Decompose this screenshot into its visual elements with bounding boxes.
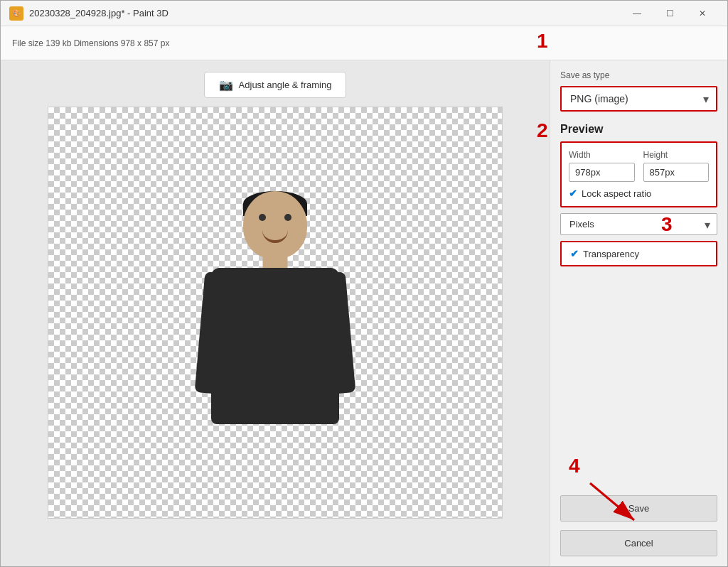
width-field: Width <box>569 150 635 182</box>
save-as-type-section: Save as type PNG (image) JPEG (image) BM… <box>560 70 717 112</box>
file-info: File size 139 kb Dimensions 978 x 857 px <box>12 38 169 48</box>
titlebar-left: 🎨 20230328_204928.jpg* - Paint 3D <box>9 6 168 21</box>
main-window: 🎨 20230328_204928.jpg* - Paint 3D — ☐ ✕ … <box>0 0 728 567</box>
save-as-type-label: Save as type <box>560 70 717 80</box>
width-label: Width <box>569 150 635 160</box>
window-title: 20230328_204928.jpg* - Paint 3D <box>29 8 168 18</box>
cancel-button[interactable]: Cancel <box>560 530 717 556</box>
camera-icon: 📷 <box>219 78 233 92</box>
smile <box>262 230 288 243</box>
format-dropdown-wrapper: PNG (image) JPEG (image) BMP (image) GIF… <box>560 86 717 112</box>
head <box>243 191 307 259</box>
minimize-button[interactable]: — <box>621 2 653 25</box>
preview-label: Preview <box>560 123 717 136</box>
body <box>211 268 339 424</box>
height-label: Height <box>643 150 710 160</box>
app-icon: 🎨 <box>9 6 23 21</box>
height-field: Height <box>643 150 710 182</box>
preview-section: Preview Width Height ✔ <box>560 120 717 266</box>
lock-aspect-ratio[interactable]: ✔ Lock aspect ratio <box>569 188 709 199</box>
height-input[interactable] <box>643 163 710 182</box>
units-dropdown[interactable]: Pixels Inches Centimeters <box>560 213 717 235</box>
transparency-label: Transparency <box>583 249 639 259</box>
person-figure <box>197 191 353 475</box>
canvas-preview <box>48 107 503 519</box>
spacer <box>560 275 717 487</box>
toolbar: File size 139 kb Dimensions 978 x 857 px <box>1 26 727 60</box>
close-button[interactable]: ✕ <box>686 2 719 25</box>
adjust-angle-button[interactable]: 📷 Adjust angle & framing <box>204 72 347 98</box>
format-dropdown[interactable]: PNG (image) JPEG (image) BMP (image) GIF… <box>562 87 716 110</box>
lock-aspect-label: Lock aspect ratio <box>582 188 651 199</box>
main-canvas: 📷 Adjust angle & framing <box>1 60 550 566</box>
save-button[interactable]: Save <box>560 495 717 522</box>
window-controls: — ☐ ✕ <box>621 2 719 25</box>
transparency-checkmark-icon: ✔ <box>570 248 579 259</box>
units-dropdown-wrapper: Pixels Inches Centimeters ▾ <box>560 213 717 235</box>
transparency-box[interactable]: ✔ Transparency <box>560 241 717 266</box>
content-area: 📷 Adjust angle & framing <box>1 60 727 566</box>
right-panel: Save as type PNG (image) JPEG (image) BM… <box>550 60 727 566</box>
dimensions-box: Width Height ✔ Lock aspect ratio <box>560 141 717 207</box>
titlebar: 🎨 20230328_204928.jpg* - Paint 3D — ☐ ✕ <box>1 1 727 26</box>
lock-checkmark-icon: ✔ <box>569 188 577 199</box>
eye-left <box>259 214 266 221</box>
eye-right <box>284 214 291 221</box>
dimension-row: Width Height <box>569 150 709 182</box>
width-input[interactable] <box>569 163 635 182</box>
adjust-angle-label: Adjust angle & framing <box>239 80 332 90</box>
restore-button[interactable]: ☐ <box>653 2 686 25</box>
